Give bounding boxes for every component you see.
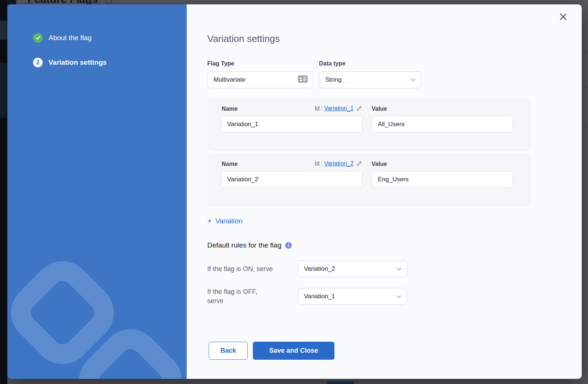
- data-type-value: String: [325, 76, 410, 83]
- background-row-divider: [582, 87, 588, 88]
- step-number-badge: 2: [33, 58, 43, 67]
- variation-card: Name Id :Variation_2 Value: [209, 154, 530, 206]
- data-type-label: Data type: [319, 60, 421, 67]
- add-variation-label: Variation: [215, 217, 243, 225]
- app-sidebar-section: [0, 63, 7, 118]
- step-label: About the flag: [49, 34, 92, 42]
- flag-type-label: Flag Type: [207, 60, 313, 67]
- app-sidebar-corner: [7, 0, 16, 4]
- background-row-divider: [582, 126, 588, 127]
- close-button[interactable]: [557, 12, 569, 23]
- variation-id-link[interactable]: Variation_2: [324, 160, 354, 167]
- id-prefix: Id :: [315, 105, 323, 111]
- chevron-down-icon: [397, 293, 402, 300]
- check-icon: [33, 33, 43, 43]
- background-row-divider: [582, 51, 588, 52]
- on-rule-select[interactable]: Variation_2: [298, 260, 407, 277]
- info-filled-icon[interactable]: [285, 242, 292, 249]
- back-button[interactable]: Back: [209, 342, 248, 360]
- value-label: Value: [372, 161, 387, 167]
- step-variation-settings[interactable]: 2 Variation settings: [33, 58, 107, 67]
- save-and-close-button[interactable]: Save and Close: [253, 342, 334, 360]
- flag-settings-dialog: About the flag 2 Variation settings Vari…: [7, 4, 582, 379]
- app-sidebar-edge: [0, 0, 7, 384]
- variation-name-input[interactable]: [221, 116, 362, 132]
- chevron-down-icon: [410, 76, 416, 83]
- panel-title: Variation settings: [207, 33, 280, 45]
- step-about-the-flag[interactable]: About the flag: [33, 33, 107, 43]
- off-rule-label: If the flag is OFF, serve: [207, 287, 298, 306]
- plus-icon: +: [207, 217, 212, 225]
- variation-card: Name Id :Variation_1 Value: [209, 99, 530, 150]
- brand-watermark-logo: [7, 250, 187, 379]
- variation-name-input[interactable]: [221, 171, 362, 188]
- wizard-sidebar: About the flag 2 Variation settings: [7, 4, 187, 379]
- dimmed-background-button: [327, 381, 354, 384]
- flag-type-value: Multivariate: [214, 76, 298, 83]
- default-rules-heading: Default rules for the flag: [207, 241, 282, 249]
- off-rule-select[interactable]: Variation_1: [298, 288, 407, 305]
- variation-value-input[interactable]: [372, 171, 513, 188]
- close-x-icon: [559, 13, 567, 22]
- chevron-down-icon: [397, 265, 402, 273]
- id-prefix: Id :: [315, 160, 323, 167]
- pencil-icon[interactable]: [356, 106, 362, 113]
- variation-id-link[interactable]: Variation_1: [324, 105, 354, 111]
- flag-type-field[interactable]: Multivariate: [207, 71, 313, 88]
- variation-settings-panel: Variation settings Flag Type Multivariat…: [187, 4, 582, 379]
- add-variation-button[interactable]: + Variation: [207, 217, 243, 225]
- variation-value-input[interactable]: [372, 116, 513, 132]
- contact-card-icon: [298, 75, 308, 85]
- on-rule-value: Variation_2: [304, 265, 397, 273]
- pencil-icon[interactable]: [356, 161, 362, 168]
- on-rule-label: If the flag is ON, serve: [207, 264, 298, 274]
- value-label: Value: [372, 106, 387, 112]
- off-rule-value: Variation_1: [304, 293, 397, 300]
- step-label: Variation settings: [49, 58, 107, 67]
- app-sidebar-selected-item: [0, 21, 7, 40]
- data-type-select[interactable]: String: [319, 71, 421, 88]
